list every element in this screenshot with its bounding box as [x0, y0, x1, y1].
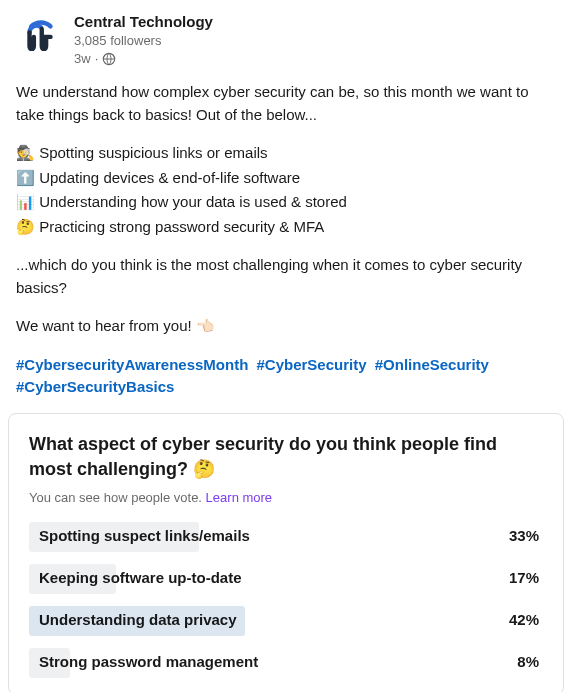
hashtag[interactable]: #CybersecurityAwarenessMonth	[16, 356, 248, 373]
hashtags: #CybersecurityAwarenessMonth #CyberSecur…	[16, 354, 556, 399]
poll-option-label: Keeping software up-to-date	[29, 567, 242, 590]
post-cta: We want to hear from you! 👈🏻	[16, 315, 556, 338]
poll-percent: 42%	[509, 609, 543, 632]
poll-card: What aspect of cyber security do you thi…	[8, 413, 564, 692]
author-name[interactable]: Central Technology	[74, 12, 213, 32]
post-body: We understand how complex cyber security…	[16, 81, 556, 399]
poll-option[interactable]: Spotting suspect links/emails33%	[29, 522, 543, 552]
avatar[interactable]	[16, 12, 64, 60]
poll-question: What aspect of cyber security do you thi…	[29, 432, 543, 482]
poll-subtext: You can see how people vote. Learn more	[29, 488, 543, 508]
timestamp-text: 3w	[74, 50, 91, 68]
post-header: Central Technology 3,085 followers 3w ·	[16, 12, 556, 67]
followers-count: 3,085 followers	[74, 32, 213, 50]
poll-option[interactable]: Understanding data privacy42%	[29, 606, 543, 636]
post-outro: ...which do you think is the most challe…	[16, 254, 556, 299]
poll-percent: 17%	[509, 567, 543, 590]
poll-option-label: Understanding data privacy	[29, 609, 237, 632]
hashtag[interactable]: #OnlineSecurity	[375, 356, 489, 373]
poll-option[interactable]: Strong password management8%	[29, 648, 543, 678]
poll-percent: 33%	[509, 525, 543, 548]
poll-subtext-text: You can see how people vote.	[29, 490, 206, 505]
bullet-item: ⬆️ Updating devices & end-of-life softwa…	[16, 167, 556, 190]
post-timestamp: 3w ·	[74, 50, 213, 68]
poll-options: Spotting suspect links/emails33%Keeping …	[29, 522, 543, 678]
poll-option-label: Spotting suspect links/emails	[29, 525, 250, 548]
bullet-item: 🕵️ Spotting suspicious links or emails	[16, 142, 556, 165]
poll-option-label: Strong password management	[29, 651, 258, 674]
bullet-item: 📊 Understanding how your data is used & …	[16, 191, 556, 214]
bullet-item: 🤔 Practicing strong password security & …	[16, 216, 556, 239]
learn-more-link[interactable]: Learn more	[206, 490, 272, 505]
poll-percent: 8%	[517, 651, 543, 674]
hashtag[interactable]: #CyberSecurity	[256, 356, 366, 373]
timestamp-separator: ·	[95, 50, 99, 68]
globe-icon	[102, 52, 116, 66]
hashtag[interactable]: #CyberSecurityBasics	[16, 378, 174, 395]
post-intro: We understand how complex cyber security…	[16, 81, 556, 126]
poll-option[interactable]: Keeping software up-to-date17%	[29, 564, 543, 594]
bullet-list: 🕵️ Spotting suspicious links or emails ⬆…	[16, 142, 556, 238]
